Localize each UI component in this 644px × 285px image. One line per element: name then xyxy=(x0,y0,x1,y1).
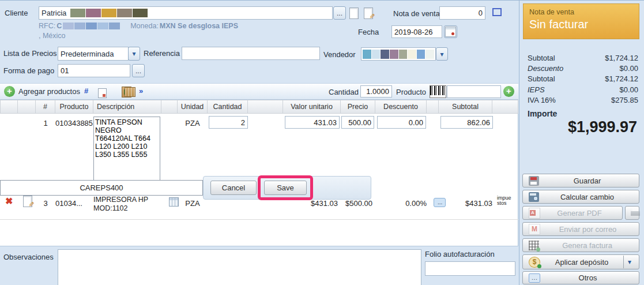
fecha-label: Fecha xyxy=(358,28,379,36)
lista-precios-arrow-button[interactable] xyxy=(128,47,140,61)
row3-descripcion: IMPRESORA HP MOD:1102 xyxy=(93,196,161,213)
row3-unidad: PZA xyxy=(178,199,208,208)
moneda-label: Moneda: xyxy=(130,22,159,30)
more-tools-button[interactable]: » xyxy=(139,87,143,95)
fullscreen-button[interactable] xyxy=(489,5,504,19)
cancel-button[interactable]: Cancel xyxy=(210,181,257,195)
new-document-icon xyxy=(349,7,359,19)
calendar-button[interactable] xyxy=(444,25,457,38)
vendedor-select[interactable] xyxy=(361,47,436,61)
header-dots-col xyxy=(427,100,439,114)
copy-icon[interactable] xyxy=(98,88,107,98)
forma-pago-label: Forma de pago xyxy=(3,66,54,75)
ciudad-line: , México xyxy=(39,32,66,40)
header-num[interactable]: # xyxy=(36,100,55,114)
genera-factura-button[interactable]: Genera factura xyxy=(522,238,639,252)
header-cantidad[interactable]: Cantidad xyxy=(208,100,248,114)
guardar-button[interactable]: Guardar xyxy=(522,174,639,187)
folio-input[interactable] xyxy=(425,261,515,276)
forma-pago-lookup-button[interactable]: ... xyxy=(132,64,145,77)
more-options-icon xyxy=(529,273,540,283)
header-icon-col xyxy=(161,100,178,114)
status-box: Nota de venta Sin facturar xyxy=(523,3,639,39)
status-box-title: Nota de venta xyxy=(529,8,633,16)
lista-precios-select[interactable]: Predeterminada xyxy=(58,47,129,61)
row1-precio-input[interactable] xyxy=(341,116,374,129)
total-row: Descuento $0.00 xyxy=(528,64,638,73)
edit-producto-input[interactable] xyxy=(0,180,203,196)
header-precio[interactable]: Precio xyxy=(341,100,375,114)
row3-producto: 01034... xyxy=(55,199,93,208)
hash-button[interactable]: # xyxy=(84,87,88,95)
deposito-dropdown-arrow[interactable] xyxy=(623,256,635,268)
folio-label: Folio autofacturación xyxy=(425,250,495,258)
row1-descuento-input[interactable] xyxy=(377,116,426,129)
nota-venta-input[interactable] xyxy=(439,6,485,20)
referencia-label: Referencia xyxy=(144,49,180,58)
money-deposit-icon xyxy=(529,257,540,268)
rfc-value-prefix: C xyxy=(57,22,62,30)
add-product-icon[interactable] xyxy=(4,86,15,97)
row1-subtotal-input[interactable] xyxy=(440,116,493,129)
save-disk-icon xyxy=(529,176,539,186)
enviar-correo-button[interactable]: Enviar por correo xyxy=(522,222,639,236)
row3-precio: $500.00 xyxy=(341,199,372,208)
generar-pdf-button[interactable]: Generar PDF xyxy=(522,206,623,220)
row1-valor-input[interactable] xyxy=(285,116,340,129)
status-badge: Sin facturar xyxy=(529,18,633,31)
producto-quick-input[interactable] xyxy=(447,85,501,98)
row1-descripcion-editor[interactable]: TINTA EPSON NEGRO T664120AL T664 L120 L2… xyxy=(93,117,160,181)
new-document-button[interactable] xyxy=(347,6,361,20)
total-label: IEPS xyxy=(528,85,545,94)
cliente-lookup-button[interactable]: ... xyxy=(333,6,346,20)
row1-unidad: PZA xyxy=(178,119,208,127)
row1-producto: 010343885 xyxy=(55,119,94,127)
forma-pago-input[interactable] xyxy=(58,64,130,77)
fecha-input[interactable] xyxy=(391,25,442,38)
observaciones-textarea[interactable] xyxy=(58,249,421,285)
row1-cantidad-input[interactable] xyxy=(209,116,248,129)
cliente-input[interactable]: Patricia xyxy=(39,6,333,20)
cliente-value: Patricia xyxy=(42,9,66,17)
rfc-label: RFC: xyxy=(39,22,55,30)
package-icon[interactable] xyxy=(125,87,135,97)
edit-document-button[interactable] xyxy=(361,6,375,20)
total-value: $0.00 xyxy=(619,85,638,94)
agregar-productos-button[interactable]: Agregar productos xyxy=(18,87,80,96)
referencia-input[interactable] xyxy=(182,47,320,60)
header-producto[interactable]: Producto xyxy=(55,100,93,114)
header-unidad[interactable]: Unidad xyxy=(178,100,208,114)
lista-precios-label: Lista de Precios xyxy=(3,49,57,58)
add-product-quick-icon[interactable] xyxy=(503,86,514,97)
mail-icon xyxy=(529,224,540,235)
header-valor-unitario[interactable]: Valor unitario xyxy=(283,100,341,114)
nota-venta-label: Nota de venta xyxy=(393,9,440,18)
grid-body: 1 010343885 TINTA EPSON NEGRO T664120AL … xyxy=(0,114,518,246)
row3-subtotal: $431.03 xyxy=(439,199,492,208)
cantidad-quick-input[interactable] xyxy=(360,85,392,97)
row3-delete-icon[interactable] xyxy=(5,196,13,207)
total-row: IEPS $0.00 xyxy=(528,85,638,94)
row3-impuestos-link[interactable]: impuestos xyxy=(497,196,513,206)
producto-quick-label: Producto xyxy=(396,88,426,96)
edit-document-icon xyxy=(364,7,373,19)
observaciones-label: Observaciones xyxy=(3,253,54,261)
calcular-cambio-button[interactable]: Calcular cambio xyxy=(522,190,639,204)
otros-button[interactable]: Otros xyxy=(522,271,639,284)
rfc-redaction xyxy=(63,22,120,29)
print-button[interactable] xyxy=(625,206,639,220)
total-row: IVA 16% $275.85 xyxy=(528,96,638,104)
vendedor-arrow-button[interactable] xyxy=(436,47,448,61)
header-descuento[interactable]: Descuento xyxy=(375,100,427,114)
row1-num: 1 xyxy=(36,119,55,127)
save-button[interactable]: Save xyxy=(264,181,307,195)
qr-invoice-icon xyxy=(529,241,539,250)
header-subtotal[interactable]: Subtotal xyxy=(439,100,492,114)
moneda-value: MXN Se desglosa IEPS xyxy=(160,22,238,30)
row3-edit-icon[interactable] xyxy=(23,196,32,207)
total-value: $1,724.12 xyxy=(605,74,638,83)
header-descripcion[interactable]: Descripción xyxy=(93,100,161,114)
total-value: $0.00 xyxy=(619,64,638,73)
total-row: Subtotal $1,724.12 xyxy=(528,54,638,62)
aplicar-deposito-button[interactable]: Aplicar depósito xyxy=(522,254,639,269)
